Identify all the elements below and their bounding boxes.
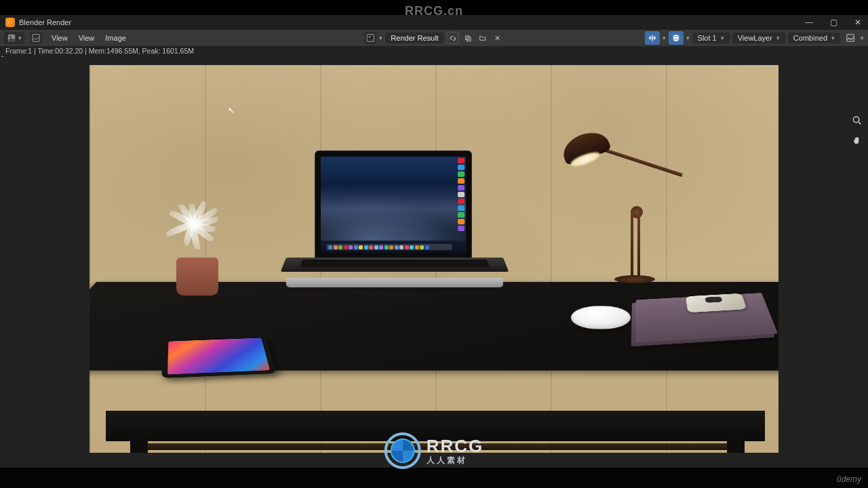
chevron-down-icon[interactable]: ▾	[861, 35, 864, 41]
rendered-image: ↖	[90, 65, 778, 453]
new-image-button[interactable]	[462, 32, 474, 44]
editor-type-selector[interactable]: ▾	[4, 32, 24, 44]
magnifier-icon	[852, 115, 862, 125]
menu-view-2[interactable]: View	[73, 33, 100, 43]
fake-user-button[interactable]	[447, 32, 459, 44]
image-datablock-icon[interactable]	[364, 32, 376, 44]
svg-rect-5	[465, 36, 469, 40]
bottom-bar	[0, 469, 868, 488]
menu-view-1[interactable]: View	[46, 33, 73, 43]
header-bar: ▾ View View Image ▾ Render Result ✕ ▾	[0, 30, 868, 46]
chevron-down-icon: ▾	[18, 35, 22, 41]
logo-text-big: RRCG	[427, 436, 484, 457]
display-channels-color-button[interactable]	[645, 31, 660, 45]
image-name-field[interactable]: Render Result	[385, 33, 443, 43]
image-mode-button[interactable]	[30, 32, 42, 44]
logo-icon	[384, 432, 421, 469]
udemy-watermark: ûdemy	[837, 474, 861, 484]
svg-rect-6	[467, 37, 471, 41]
watermark-logo: RRCG 人人素材	[384, 432, 484, 469]
layer-selector[interactable]: ViewLayer▾	[732, 33, 785, 43]
sphere-icon	[671, 33, 681, 43]
duplicate-icon	[464, 35, 471, 42]
svg-point-1	[9, 36, 12, 38]
zoom-tool-button[interactable]	[849, 113, 864, 127]
arrows-icon	[648, 33, 657, 43]
image-viewport[interactable]: ↖	[0, 57, 868, 468]
display-channels-rgb-button[interactable]	[669, 31, 684, 45]
chevron-down-icon[interactable]: ▾	[663, 35, 666, 41]
blender-icon	[5, 18, 15, 27]
close-icon: ✕	[494, 34, 500, 43]
minimize-button[interactable]: —	[804, 18, 814, 27]
picture-icon	[32, 34, 40, 42]
menu-image[interactable]: Image	[100, 33, 132, 43]
scene-plant	[161, 167, 236, 296]
window-title: Blender Render	[19, 18, 71, 26]
folder-icon	[479, 35, 486, 42]
scene-laptop	[315, 150, 476, 300]
picture-icon	[846, 33, 855, 43]
display-mode-button[interactable]	[843, 31, 858, 45]
unlink-image-button[interactable]: ✕	[492, 32, 504, 44]
watermark-top: RRCG.cn	[0, 4, 868, 18]
svg-point-10	[853, 117, 859, 122]
close-button[interactable]: ✕	[853, 18, 863, 27]
scene-mouse	[570, 306, 632, 329]
chevron-down-icon[interactable]: ▾	[686, 35, 690, 41]
svg-point-7	[673, 35, 679, 41]
scene-tablet	[161, 335, 276, 378]
hand-icon	[852, 136, 862, 146]
svg-point-4	[369, 36, 370, 37]
image-editor-icon	[7, 33, 16, 43]
render-status-text: Frame:1 | Time:00:32.20 | Mem:1496.55M, …	[0, 46, 868, 57]
maximize-button[interactable]: ▢	[829, 18, 838, 27]
svg-rect-3	[367, 35, 374, 42]
scene-lamp	[560, 127, 682, 283]
pan-tool-button[interactable]	[849, 133, 864, 148]
open-image-button[interactable]	[477, 32, 489, 44]
pass-selector[interactable]: Combined▾	[788, 33, 840, 43]
chevron-down-icon[interactable]: ▾	[379, 35, 382, 41]
link-icon	[449, 35, 456, 42]
slot-selector[interactable]: Slot 1▾	[692, 33, 730, 43]
